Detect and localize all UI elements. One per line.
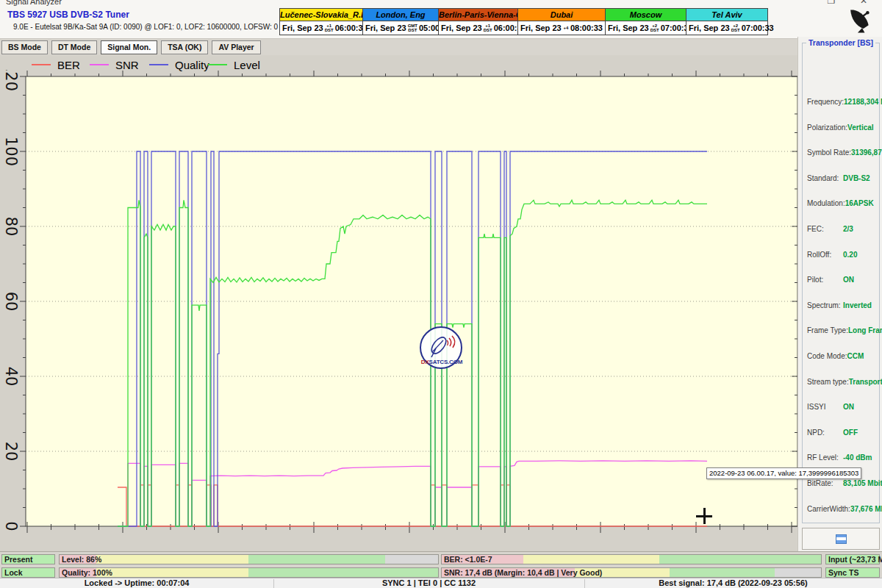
statusbar-best-signal: Best signal: 17,4 dB (2022-09-23 05:56): [584, 578, 882, 588]
clock-city: Moscow: [606, 9, 686, 21]
tab-av-player[interactable]: AV Player: [212, 40, 260, 54]
legend-item-level: Level: [208, 59, 260, 71]
row-label: Symbol Rate:: [807, 148, 851, 157]
signal-analyzer-window: Signal Analyzer ❐ ✕ TBS 5927 USB DVB-S2 …: [0, 0, 882, 588]
bar-label: BER: <1.0E-7: [444, 555, 492, 564]
signal-chart-panel: BERSNRQualityLevel 020406080100120 DXSAT…: [0, 55, 797, 551]
transponder-row-polarization: Polarization:Vertical: [807, 123, 878, 132]
clock-time: Fri, Sep 23+1DST06:00:33: [280, 21, 362, 35]
bar-quality: Quality: 100%: [59, 567, 439, 578]
bar-present: Present: [1, 554, 55, 564]
mode-tabs: BS ModeDT ModeSignal Mon.TSA (OK)AV Play…: [1, 40, 261, 54]
bar-lock: Lock: [1, 567, 55, 578]
clock-5: MoscowFri, Sep 23+2DST07:00:33: [605, 8, 686, 35]
satellite-dish-icon: [845, 6, 873, 34]
svg-text:80: 80: [2, 217, 20, 237]
legend-swatch: [208, 64, 227, 65]
statusbar-sync-counters: SYNC 1 | TEI 0 | CC 1132: [273, 578, 584, 588]
tab-signal-mon[interactable]: Signal Mon.: [101, 40, 157, 54]
clock-city: Tel Aviv: [686, 9, 767, 21]
bar-snr: SNR: 17,4 dB (Margin: 10,4 dB | Very Goo…: [441, 567, 822, 578]
clock-city: London, Eng: [363, 9, 438, 21]
dxsatcs-watermark: DXSATCS.COM: [420, 326, 462, 369]
legend-swatch: [90, 64, 109, 65]
bar-input: Input (~23,73 Mbps): [825, 554, 880, 564]
transponder-row-standard: Standard:DVB-S2: [807, 174, 878, 182]
transponder-row-stream-type: Stream type:Transport: [807, 378, 878, 386]
svg-text:20: 20: [2, 442, 20, 462]
bar-label: Quality: 100%: [62, 568, 112, 578]
panel-toggle-button[interactable]: [802, 528, 880, 550]
clock-3: Berlin-Paris-Vienna-CairoFri, Sep 23+1DS…: [438, 8, 518, 35]
transponder-row-frequency: Frequency:12188,304 MHz: [807, 98, 878, 106]
restore-window-icon[interactable]: ❐: [825, 0, 838, 6]
row-label: ISSYI: [807, 403, 826, 411]
svg-text:100: 100: [2, 137, 20, 166]
signal-history-chart[interactable]: 020406080100120: [0, 70, 797, 551]
tab-bs-mode[interactable]: BS Mode: [1, 40, 48, 54]
transponder-row-issyi: ISSYION: [807, 403, 878, 411]
clock-city: Lučenec-Slovakia_R.Dávid: [280, 9, 362, 21]
row-value: 2/3: [843, 225, 878, 233]
legend-label: Quality: [175, 59, 209, 71]
bar-level: Level: 86%: [59, 554, 439, 564]
legend-item-quality: Quality: [149, 59, 209, 71]
transponder-row-symbol-rate: Symbol Rate:31396,877 KS/s: [807, 148, 878, 157]
row-value: 83,105 Mbit/s: [843, 479, 878, 487]
row-value: 0.20: [843, 251, 878, 259]
row-label: Pilot:: [807, 276, 823, 284]
transponder-row-code-mode: Code Mode:CCM: [807, 352, 878, 360]
legend-item-ber: BER: [32, 59, 80, 71]
clock-time: Fri, Sep 23+408:00:33: [518, 21, 605, 35]
tuner-title: TBS 5927 USB DVB-S2 Tuner: [7, 10, 129, 20]
transponder-row-frame-type: Frame Type:Long Frame: [807, 326, 878, 334]
close-window-icon[interactable]: ✕: [857, 0, 870, 6]
crosshair-cursor: [696, 508, 712, 524]
transponder-row-spectrum: Spectrum:Inverted: [807, 301, 878, 309]
bar-label: Input (~23,73 Mbps): [828, 555, 882, 564]
row-value: ON: [843, 403, 878, 411]
bar-sync: Sync TS: [825, 567, 880, 578]
bar-label: Present: [4, 555, 33, 564]
row-label: Stream type:: [807, 378, 849, 386]
transponder-row-modulation: Modulation:16APSK: [807, 199, 878, 207]
svg-text:0: 0: [2, 521, 20, 531]
world-clocks: Lučenec-Slovakia_R.DávidFri, Sep 23+1DST…: [280, 8, 768, 35]
bar-label: Sync TS: [828, 568, 858, 578]
row-value: OFF: [843, 429, 878, 437]
row-label: Standard:: [807, 174, 839, 182]
transponder-groupbox: Transponder [BS] Frequency:12188,304 MHz…: [802, 43, 880, 523]
tab-tsa-ok[interactable]: TSA (OK): [161, 40, 208, 54]
row-label: CarrierWidth:: [807, 505, 850, 513]
svg-text:40: 40: [2, 367, 20, 387]
row-label: Frequency:: [807, 98, 844, 106]
clock-6: Tel AvivFri, Sep 23+2DST07:00:33: [686, 8, 768, 35]
row-label: Polarization:: [807, 123, 847, 132]
row-value: -40 dBm: [843, 453, 878, 462]
row-label: RF Level:: [807, 453, 839, 462]
svg-text:60: 60: [2, 292, 20, 312]
row-value: Transport: [849, 378, 882, 386]
transponder-row-rolloff: RollOff:0.20: [807, 251, 878, 259]
chart-tooltip: 2022-09-23 06.00.17, value: 17,399999618…: [706, 467, 861, 479]
legend-swatch: [149, 64, 168, 65]
clock-time: Fri, Sep 23GMTDST05:00:33: [363, 21, 438, 35]
row-value: Vertical: [847, 123, 878, 132]
row-label: Modulation:: [807, 199, 845, 207]
row-label: FEC:: [807, 225, 824, 233]
legend-label: BER: [57, 59, 80, 71]
watermark-text: DXSATCS.COM: [415, 359, 468, 365]
legend-swatch: [32, 64, 51, 65]
row-label: NPD:: [807, 429, 825, 437]
bar-label: Lock: [4, 568, 23, 578]
row-label: Spectrum:: [807, 301, 841, 309]
statusbar-lock-uptime: Locked -> Uptime: 00:07:04: [0, 578, 273, 588]
statusbar: Locked -> Uptime: 00:07:04 SYNC 1 | TEI …: [0, 578, 882, 588]
clock-city: Berlin-Paris-Vienna-Cairo: [439, 9, 517, 21]
list-icon: [836, 534, 847, 544]
tuner-details: 9.0E - Eutelsat 9B/Ka-Sat 9A (ID: 0090) …: [13, 23, 278, 31]
row-value: 16APSK: [845, 199, 878, 207]
tab-dt-mode[interactable]: DT Mode: [51, 40, 97, 54]
header-band: Signal Analyzer ❐ ✕ TBS 5927 USB DVB-S2 …: [0, 0, 882, 39]
svg-text:120: 120: [2, 70, 20, 91]
